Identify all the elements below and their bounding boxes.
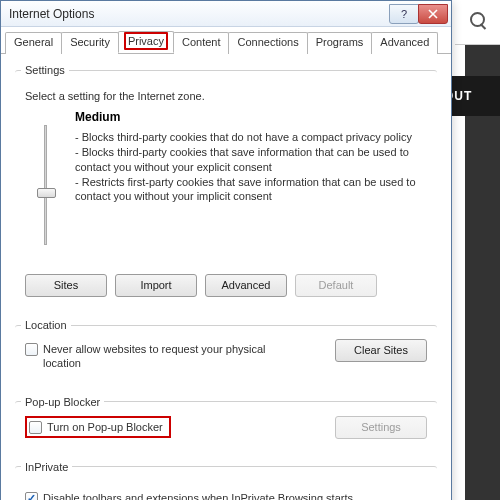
- clear-sites-button[interactable]: Clear Sites: [335, 339, 427, 362]
- dialog-titlebar: Internet Options ?: [1, 1, 451, 27]
- never-allow-location-label: Never allow websites to request your phy…: [43, 342, 303, 371]
- privacy-level-details: - Blocks third-party cookies that do not…: [75, 130, 427, 204]
- tab-security[interactable]: Security: [61, 32, 119, 54]
- turn-on-popup-blocker-label: Turn on Pop-up Blocker: [47, 420, 163, 434]
- settings-description: Select a setting for the Internet zone.: [25, 90, 427, 102]
- default-button: Default: [295, 274, 377, 297]
- background-toolbar-fragment: [455, 0, 500, 45]
- settings-button-row: Sites Import Advanced Default: [25, 274, 427, 297]
- window-buttons: ?: [390, 4, 448, 24]
- import-button[interactable]: Import: [115, 274, 197, 297]
- tab-privacy[interactable]: Privacy: [118, 31, 174, 53]
- tab-general[interactable]: General: [5, 32, 62, 54]
- privacy-level-label: Medium: [75, 110, 427, 124]
- background-dark-panel: [465, 0, 500, 500]
- location-legend: Location: [21, 319, 71, 331]
- search-icon[interactable]: [470, 12, 488, 30]
- tab-advanced[interactable]: Advanced: [371, 32, 438, 54]
- help-button[interactable]: ?: [389, 4, 419, 24]
- internet-options-dialog: Internet Options ? General Security Priv…: [0, 0, 452, 500]
- dialog-title: Internet Options: [9, 7, 94, 21]
- advanced-button[interactable]: Advanced: [205, 274, 287, 297]
- settings-group: Settings Select a setting for the Intern…: [15, 64, 437, 309]
- settings-legend: Settings: [21, 64, 69, 76]
- popup-settings-button: Settings: [335, 416, 427, 439]
- disable-toolbars-checkbox[interactable]: [25, 492, 38, 500]
- tab-strip: General Security Privacy Content Connect…: [1, 27, 451, 54]
- privacy-level-slider[interactable]: [25, 110, 65, 260]
- popup-blocker-group: Pop-up Blocker Turn on Pop-up Blocker Se…: [15, 396, 437, 451]
- close-icon: [428, 9, 438, 19]
- tab-privacy-label: Privacy: [128, 35, 164, 47]
- location-group: Location Never allow websites to request…: [15, 319, 437, 386]
- tab-programs[interactable]: Programs: [307, 32, 373, 54]
- popup-blocker-legend: Pop-up Blocker: [21, 396, 104, 408]
- sites-button[interactable]: Sites: [25, 274, 107, 297]
- slider-thumb[interactable]: [37, 188, 56, 198]
- tab-connections[interactable]: Connections: [228, 32, 307, 54]
- disable-toolbars-label: Disable toolbars and extensions when InP…: [43, 491, 353, 500]
- never-allow-location-checkbox[interactable]: [25, 343, 38, 356]
- dialog-body: Settings Select a setting for the Intern…: [1, 54, 451, 500]
- inprivate-group: InPrivate Disable toolbars and extension…: [15, 461, 437, 500]
- inprivate-legend: InPrivate: [21, 461, 72, 473]
- turn-on-popup-blocker-checkbox[interactable]: [29, 421, 42, 434]
- close-button[interactable]: [418, 4, 448, 24]
- tab-content[interactable]: Content: [173, 32, 230, 54]
